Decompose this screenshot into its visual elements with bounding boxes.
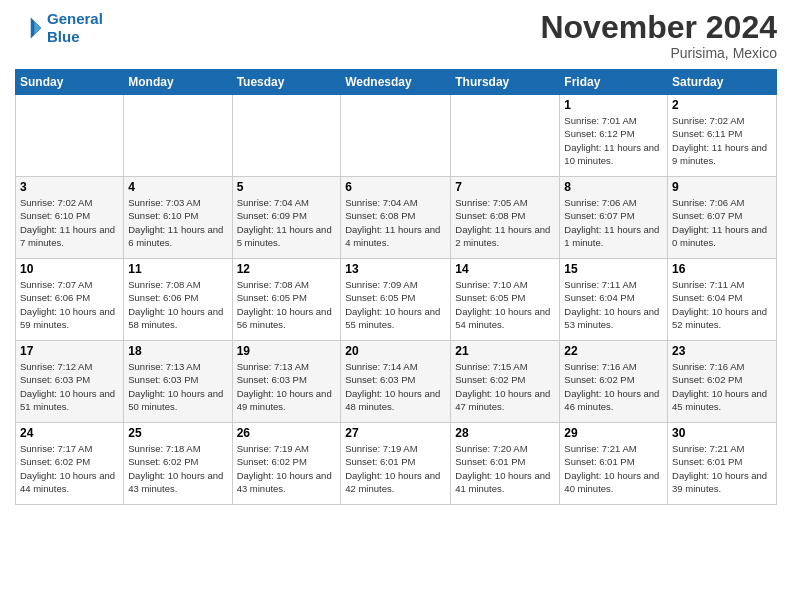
day-info: Sunrise: 7:21 AMSunset: 6:01 PMDaylight:… xyxy=(672,442,772,495)
day-info: Sunrise: 7:06 AMSunset: 6:07 PMDaylight:… xyxy=(564,196,663,249)
day-number: 6 xyxy=(345,180,446,194)
calendar-cell xyxy=(341,95,451,177)
header: General Blue November 2024 Purisima, Mex… xyxy=(15,10,777,61)
calendar-cell: 15Sunrise: 7:11 AMSunset: 6:04 PMDayligh… xyxy=(560,259,668,341)
day-number: 28 xyxy=(455,426,555,440)
calendar-cell: 30Sunrise: 7:21 AMSunset: 6:01 PMDayligh… xyxy=(668,423,777,505)
weekday-header-tuesday: Tuesday xyxy=(232,70,341,95)
calendar-cell: 4Sunrise: 7:03 AMSunset: 6:10 PMDaylight… xyxy=(124,177,232,259)
calendar-cell: 14Sunrise: 7:10 AMSunset: 6:05 PMDayligh… xyxy=(451,259,560,341)
logo-text: General Blue xyxy=(47,10,103,46)
calendar-cell: 18Sunrise: 7:13 AMSunset: 6:03 PMDayligh… xyxy=(124,341,232,423)
weekday-header-row: SundayMondayTuesdayWednesdayThursdayFrid… xyxy=(16,70,777,95)
day-info: Sunrise: 7:16 AMSunset: 6:02 PMDaylight:… xyxy=(564,360,663,413)
day-info: Sunrise: 7:06 AMSunset: 6:07 PMDaylight:… xyxy=(672,196,772,249)
day-number: 5 xyxy=(237,180,337,194)
week-row-3: 10Sunrise: 7:07 AMSunset: 6:06 PMDayligh… xyxy=(16,259,777,341)
day-number: 3 xyxy=(20,180,119,194)
day-info: Sunrise: 7:04 AMSunset: 6:08 PMDaylight:… xyxy=(345,196,446,249)
day-number: 20 xyxy=(345,344,446,358)
day-number: 26 xyxy=(237,426,337,440)
logo-icon xyxy=(15,14,43,42)
day-number: 1 xyxy=(564,98,663,112)
week-row-2: 3Sunrise: 7:02 AMSunset: 6:10 PMDaylight… xyxy=(16,177,777,259)
day-info: Sunrise: 7:10 AMSunset: 6:05 PMDaylight:… xyxy=(455,278,555,331)
logo-general: General xyxy=(47,10,103,27)
calendar-cell: 29Sunrise: 7:21 AMSunset: 6:01 PMDayligh… xyxy=(560,423,668,505)
day-info: Sunrise: 7:01 AMSunset: 6:12 PMDaylight:… xyxy=(564,114,663,167)
week-row-5: 24Sunrise: 7:17 AMSunset: 6:02 PMDayligh… xyxy=(16,423,777,505)
weekday-header-wednesday: Wednesday xyxy=(341,70,451,95)
day-number: 10 xyxy=(20,262,119,276)
page: General Blue November 2024 Purisima, Mex… xyxy=(0,0,792,515)
calendar-cell xyxy=(451,95,560,177)
calendar-cell: 13Sunrise: 7:09 AMSunset: 6:05 PMDayligh… xyxy=(341,259,451,341)
day-info: Sunrise: 7:14 AMSunset: 6:03 PMDaylight:… xyxy=(345,360,446,413)
day-number: 22 xyxy=(564,344,663,358)
calendar-cell: 6Sunrise: 7:04 AMSunset: 6:08 PMDaylight… xyxy=(341,177,451,259)
day-number: 23 xyxy=(672,344,772,358)
weekday-header-monday: Monday xyxy=(124,70,232,95)
calendar-cell: 22Sunrise: 7:16 AMSunset: 6:02 PMDayligh… xyxy=(560,341,668,423)
calendar-cell: 7Sunrise: 7:05 AMSunset: 6:08 PMDaylight… xyxy=(451,177,560,259)
day-number: 15 xyxy=(564,262,663,276)
calendar-cell: 5Sunrise: 7:04 AMSunset: 6:09 PMDaylight… xyxy=(232,177,341,259)
logo: General Blue xyxy=(15,10,103,46)
day-number: 13 xyxy=(345,262,446,276)
calendar-cell: 8Sunrise: 7:06 AMSunset: 6:07 PMDaylight… xyxy=(560,177,668,259)
weekday-header-friday: Friday xyxy=(560,70,668,95)
day-info: Sunrise: 7:08 AMSunset: 6:06 PMDaylight:… xyxy=(128,278,227,331)
calendar-cell: 10Sunrise: 7:07 AMSunset: 6:06 PMDayligh… xyxy=(16,259,124,341)
day-number: 2 xyxy=(672,98,772,112)
calendar-cell: 20Sunrise: 7:14 AMSunset: 6:03 PMDayligh… xyxy=(341,341,451,423)
day-number: 11 xyxy=(128,262,227,276)
day-number: 27 xyxy=(345,426,446,440)
day-info: Sunrise: 7:11 AMSunset: 6:04 PMDaylight:… xyxy=(672,278,772,331)
calendar-cell: 26Sunrise: 7:19 AMSunset: 6:02 PMDayligh… xyxy=(232,423,341,505)
day-number: 8 xyxy=(564,180,663,194)
day-info: Sunrise: 7:02 AMSunset: 6:10 PMDaylight:… xyxy=(20,196,119,249)
month-title: November 2024 xyxy=(540,10,777,45)
day-number: 29 xyxy=(564,426,663,440)
subtitle: Purisima, Mexico xyxy=(540,45,777,61)
day-number: 16 xyxy=(672,262,772,276)
day-number: 18 xyxy=(128,344,227,358)
day-number: 19 xyxy=(237,344,337,358)
calendar-cell: 12Sunrise: 7:08 AMSunset: 6:05 PMDayligh… xyxy=(232,259,341,341)
calendar-table: SundayMondayTuesdayWednesdayThursdayFrid… xyxy=(15,69,777,505)
calendar-cell: 3Sunrise: 7:02 AMSunset: 6:10 PMDaylight… xyxy=(16,177,124,259)
day-info: Sunrise: 7:12 AMSunset: 6:03 PMDaylight:… xyxy=(20,360,119,413)
day-number: 30 xyxy=(672,426,772,440)
day-number: 21 xyxy=(455,344,555,358)
calendar-cell: 24Sunrise: 7:17 AMSunset: 6:02 PMDayligh… xyxy=(16,423,124,505)
calendar-cell: 23Sunrise: 7:16 AMSunset: 6:02 PMDayligh… xyxy=(668,341,777,423)
day-number: 4 xyxy=(128,180,227,194)
weekday-header-saturday: Saturday xyxy=(668,70,777,95)
calendar-cell xyxy=(124,95,232,177)
day-info: Sunrise: 7:05 AMSunset: 6:08 PMDaylight:… xyxy=(455,196,555,249)
calendar-cell: 28Sunrise: 7:20 AMSunset: 6:01 PMDayligh… xyxy=(451,423,560,505)
title-block: November 2024 Purisima, Mexico xyxy=(540,10,777,61)
calendar-cell: 9Sunrise: 7:06 AMSunset: 6:07 PMDaylight… xyxy=(668,177,777,259)
day-info: Sunrise: 7:19 AMSunset: 6:02 PMDaylight:… xyxy=(237,442,337,495)
calendar-cell: 1Sunrise: 7:01 AMSunset: 6:12 PMDaylight… xyxy=(560,95,668,177)
calendar-cell xyxy=(16,95,124,177)
calendar-cell: 17Sunrise: 7:12 AMSunset: 6:03 PMDayligh… xyxy=(16,341,124,423)
day-info: Sunrise: 7:03 AMSunset: 6:10 PMDaylight:… xyxy=(128,196,227,249)
day-info: Sunrise: 7:18 AMSunset: 6:02 PMDaylight:… xyxy=(128,442,227,495)
calendar-cell: 19Sunrise: 7:13 AMSunset: 6:03 PMDayligh… xyxy=(232,341,341,423)
calendar-cell: 21Sunrise: 7:15 AMSunset: 6:02 PMDayligh… xyxy=(451,341,560,423)
calendar-cell: 25Sunrise: 7:18 AMSunset: 6:02 PMDayligh… xyxy=(124,423,232,505)
day-info: Sunrise: 7:17 AMSunset: 6:02 PMDaylight:… xyxy=(20,442,119,495)
day-info: Sunrise: 7:20 AMSunset: 6:01 PMDaylight:… xyxy=(455,442,555,495)
day-number: 25 xyxy=(128,426,227,440)
day-number: 17 xyxy=(20,344,119,358)
day-info: Sunrise: 7:04 AMSunset: 6:09 PMDaylight:… xyxy=(237,196,337,249)
day-number: 12 xyxy=(237,262,337,276)
calendar-cell: 11Sunrise: 7:08 AMSunset: 6:06 PMDayligh… xyxy=(124,259,232,341)
calendar-cell: 2Sunrise: 7:02 AMSunset: 6:11 PMDaylight… xyxy=(668,95,777,177)
weekday-header-sunday: Sunday xyxy=(16,70,124,95)
day-info: Sunrise: 7:08 AMSunset: 6:05 PMDaylight:… xyxy=(237,278,337,331)
week-row-4: 17Sunrise: 7:12 AMSunset: 6:03 PMDayligh… xyxy=(16,341,777,423)
week-row-1: 1Sunrise: 7:01 AMSunset: 6:12 PMDaylight… xyxy=(16,95,777,177)
